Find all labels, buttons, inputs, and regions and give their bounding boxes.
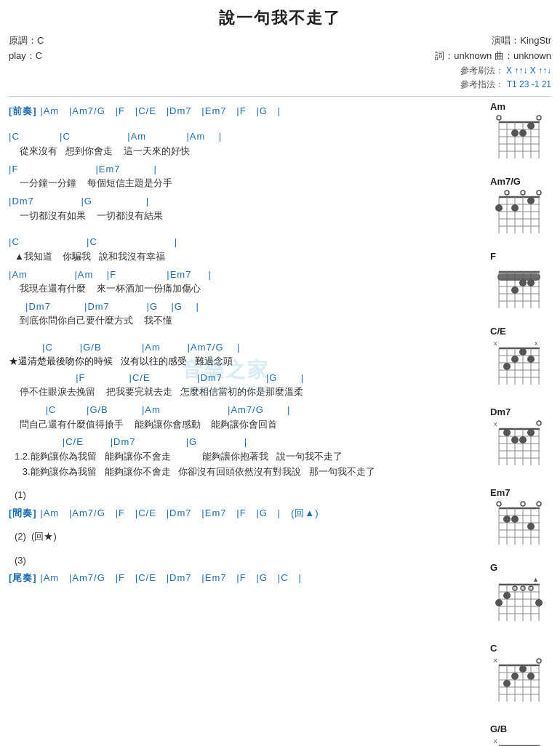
v2-lyric1: ▲我知道 你騙我 說和我沒有幸福	[9, 249, 480, 265]
lyricist: 詞：unknown 曲：unknown	[435, 49, 551, 64]
ch-chord1: |C |G/B |Am |Am7/G |	[9, 340, 480, 355]
svg-point-111	[495, 599, 503, 606]
outro-chords: [尾奏] |Am |Am7/G |F |C/E |Dm7 |Em7 |F |G …	[9, 571, 480, 585]
chord-C: C x	[487, 643, 551, 713]
svg-text:x: x	[494, 340, 497, 347]
strum-link[interactable]: X ↑↑↓ X ↑↑↓	[506, 65, 551, 76]
meta-section: 原調：C play：C 演唱：KingStr 詞：unknown 曲：unkno…	[9, 33, 551, 92]
svg-point-27	[505, 190, 509, 195]
interlude-block: (1) [間奏] |Am |Am7/G |F |C/E |Dm7 |Em7 |F…	[9, 488, 480, 520]
finger-ref: 參考指法： T1 23 -1 21	[435, 78, 551, 92]
svg-text:x: x	[494, 737, 497, 745]
v1-lyric1: 從來沒有 想到你會走 這一天來的好快	[9, 144, 480, 159]
svg-point-78	[511, 436, 519, 444]
svg-point-61	[503, 363, 511, 370]
v2-lyric2: 我現在還有什麼 來一杯酒加一份痛加傷心	[9, 281, 480, 297]
verse2-block: |C |C | ▲我知道 你騙我 說和我沒有幸福 |Am |Am |F |Em7…	[9, 235, 480, 329]
divider-top	[9, 96, 551, 97]
svg-point-132	[519, 665, 527, 673]
section-3-label: (3)	[9, 553, 480, 569]
svg-point-46	[519, 279, 527, 286]
svg-point-131	[511, 673, 519, 680]
main-content: [前奏] |Am |Am7/G |F |C/E |Dm7 |Em7 |F |G …	[9, 101, 551, 746]
v2-chord2: |Am |Am |F |Em7 |	[9, 268, 480, 282]
song-body: [前奏] |Am |Am7/G |F |C/E |Dm7 |Em7 |F |G …	[9, 101, 487, 746]
v2-chord1: |C |C |	[9, 235, 480, 249]
strum-label: 參考刷法：	[460, 65, 504, 76]
chord-F: F	[487, 251, 551, 316]
svg-point-80	[527, 429, 535, 436]
song-title: 說一句我不走了	[9, 7, 551, 29]
ch-lyric4b: 3.能夠讓你為我留 能夠讓你不會走 你卻沒有回頭依然沒有對我說 那一句我不走了	[9, 465, 480, 480]
ch-chord3: |C |G/B |Am |Am7/G |	[9, 403, 480, 417]
chord-G: G ▲	[487, 562, 551, 633]
singer: 演唱：KingStr	[435, 33, 551, 49]
svg-point-118	[537, 659, 541, 663]
svg-point-64	[527, 356, 535, 363]
svg-point-63	[519, 348, 527, 356]
svg-point-94	[503, 516, 511, 523]
svg-point-93	[497, 502, 501, 506]
chord-Em7: Em7	[487, 487, 551, 552]
svg-point-12	[537, 116, 541, 120]
meta-left: 原調：C play：C	[9, 33, 44, 64]
chorus-block: |C |G/B |Am |Am7/G | ★還清楚最後吻你的時候 沒有以往的感受…	[9, 340, 480, 479]
svg-point-133	[527, 673, 535, 680]
ch-lyric4a: 1.2.能夠讓你為我留 能夠讓你不會走 能夠讓你抱著我 說一句我不走了	[9, 449, 480, 465]
svg-point-31	[511, 204, 519, 212]
svg-point-116	[535, 599, 543, 606]
svg-point-30	[495, 204, 503, 212]
svg-point-81	[537, 421, 541, 425]
chord-GB: G/B x	[487, 723, 551, 746]
interlude-chords: [間奏] |Am |Am7/G |F |C/E |Dm7 |Em7 |F |G …	[9, 506, 480, 521]
chord-Dm7: Dm7 x	[487, 406, 551, 477]
finger-link[interactable]: T1 23 -1 21	[507, 79, 551, 89]
svg-text:x: x	[494, 657, 497, 664]
v1-chord1: |C |C |Am |Am |	[9, 129, 480, 144]
svg-point-45	[511, 286, 519, 294]
svg-point-112	[503, 592, 511, 599]
ch-lyric3: 問自己還有什麼值得搶手 能夠讓你會感動 能夠讓你會回首	[9, 417, 480, 433]
prelude-chords: [前奏] |Am |Am7/G |F |C/E |Dm7 |Em7 |F |G …	[9, 104, 480, 119]
meta-right: 演唱：KingStr 詞：unknown 曲：unknown 參考刷法： X ↑…	[435, 33, 551, 92]
svg-point-98	[537, 502, 541, 506]
svg-point-62	[511, 356, 519, 363]
v1-lyric2: 一分鐘一分鐘 每個短信主題是分手	[9, 176, 480, 191]
strum-ref: 參考刷法： X ↑↑↓ X ↑↑↓	[435, 64, 551, 78]
svg-rect-44	[497, 273, 540, 281]
section2-block: (2) (回★)	[9, 529, 480, 545]
section-2-label: (2) (回★)	[9, 529, 480, 545]
svg-point-32	[527, 197, 535, 204]
svg-point-29	[537, 190, 541, 195]
ch-chord4: |C/E |Dm7 |G |	[9, 435, 480, 449]
ch-chord2: |F |C/E |Dm7 |G |	[9, 371, 480, 385]
verse1-block: |C |C |Am |Am | 從來沒有 想到你會走 這一天來的好快 |F |E…	[9, 129, 480, 223]
svg-point-13	[511, 129, 519, 137]
outro-block: (3) [尾奏] |Am |Am7/G |F |C/E |Dm7 |Em7 |F…	[9, 553, 480, 585]
section-prelude: [前奏] |Am |Am7/G |F |C/E |Dm7 |Em7 |F |G …	[9, 104, 480, 119]
ch-lyric1: ★還清楚最後吻你的時候 沒有以往的感受 難過念頭	[9, 355, 480, 368]
original-key: 原調：C	[9, 33, 44, 49]
v1-chord2: |F |Em7 |	[9, 162, 480, 177]
chord-sidebar: Am	[487, 101, 551, 746]
svg-text:x: x	[535, 340, 538, 347]
svg-point-79	[519, 436, 527, 444]
svg-point-96	[521, 502, 525, 506]
svg-point-15	[527, 122, 535, 129]
svg-point-47	[527, 279, 535, 286]
section-1-label: (1)	[9, 488, 480, 503]
svg-text:▲: ▲	[532, 576, 539, 583]
svg-point-77	[503, 429, 511, 436]
chord-CE: C/E x x	[487, 326, 551, 396]
v1-lyric3: 一切都沒有如果 一切都沒有結果	[9, 209, 480, 224]
svg-text:x: x	[494, 420, 497, 428]
play-key: play：C	[9, 49, 44, 64]
svg-point-11	[497, 116, 501, 120]
v2-chord3: |Dm7 |Dm7 |G |G |	[9, 300, 480, 314]
ch-lyric2: 停不住眼淚去挽留 把我要完就去走 怎麼相信當初的你是那麼溫柔	[9, 385, 480, 400]
svg-point-95	[511, 516, 519, 523]
v1-chord3: |Dm7 |G |	[9, 194, 480, 209]
chord-Am: Am	[487, 101, 551, 166]
svg-point-28	[521, 190, 525, 195]
svg-point-130	[503, 680, 511, 687]
